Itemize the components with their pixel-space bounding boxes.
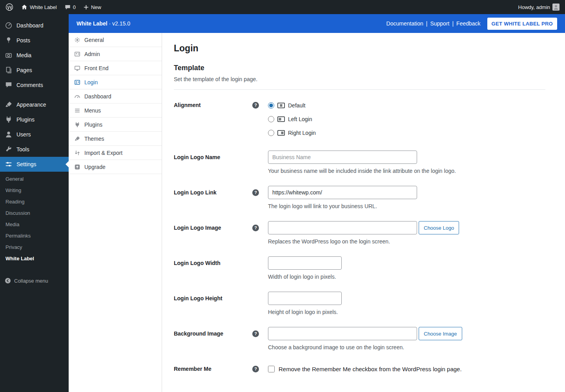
users-icon	[5, 131, 13, 138]
plugin-tab-admin[interactable]: Admin	[69, 47, 162, 61]
alignment-radio-left[interactable]	[268, 116, 274, 122]
login-card-icon	[74, 79, 80, 85]
settings-submenu: General Writing Reading Discussion Media…	[0, 172, 69, 264]
plug-icon	[74, 122, 80, 128]
site-name-label: White Label	[30, 4, 57, 10]
collapse-menu-button[interactable]: Collapse menu	[0, 274, 69, 287]
field-background-image: Background Image Choose Image Choose a b…	[174, 327, 545, 351]
plugin-tab-menus[interactable]: Menus	[69, 103, 162, 118]
id-card-icon	[74, 51, 80, 57]
avatar	[552, 4, 560, 11]
alignment-option-default[interactable]: Default	[268, 98, 545, 112]
link-separator: |	[426, 20, 428, 27]
help-icon[interactable]	[252, 225, 259, 231]
alignment-option-left[interactable]: Left Login	[268, 112, 545, 126]
plugin-tab-label: Plugins	[84, 122, 102, 128]
sidebar-item-users[interactable]: Users	[0, 127, 69, 142]
sidebar-item-media[interactable]: Media	[0, 48, 69, 63]
plugin-tab-label: Admin	[84, 51, 100, 57]
login-logo-name-input[interactable]	[268, 151, 417, 164]
align-left-icon	[277, 116, 285, 122]
login-logo-link-input[interactable]	[268, 186, 417, 199]
submenu-item-discussion[interactable]: Discussion	[0, 207, 69, 219]
sidebar-item-label: Tools	[16, 146, 29, 152]
sidebar-item-pages[interactable]: Pages	[0, 63, 69, 78]
wordpress-logo-menu[interactable]	[5, 3, 13, 11]
field-login-logo-link: Login Logo Link The login logo will link…	[174, 186, 545, 210]
choose-logo-button[interactable]: Choose Logo	[419, 221, 459, 234]
login-logo-image-label: Login Logo Image	[174, 221, 252, 234]
help-icon[interactable]	[252, 102, 259, 109]
sidebar-item-appearance[interactable]: Appearance	[0, 97, 69, 112]
plugin-tab-import-export[interactable]: Import & Export	[69, 146, 162, 160]
remember-me-checkbox[interactable]	[268, 366, 275, 372]
plugin-tab-front-end[interactable]: Front End	[69, 61, 162, 75]
login-logo-height-label: Login Logo Height	[174, 292, 252, 305]
choose-image-button[interactable]: Choose Image	[419, 327, 462, 340]
sidebar-item-posts[interactable]: Posts	[0, 33, 69, 48]
plugin-tab-label: Themes	[84, 136, 104, 142]
submenu-item-writing[interactable]: Writing	[0, 185, 69, 196]
field-login-logo-name: Login Logo Name Your business name will …	[174, 151, 545, 175]
sidebar-item-plugins[interactable]: Plugins	[0, 112, 69, 127]
plugin-tab-general[interactable]: General	[69, 33, 162, 47]
admin-bar: White Label 0 New Howdy, admin	[0, 0, 565, 14]
account-menu[interactable]: Howdy, admin	[518, 4, 560, 11]
documentation-link[interactable]: Documentation	[386, 20, 423, 27]
comment-bubble-icon	[65, 4, 71, 10]
field-alignment: Alignment Default	[174, 98, 545, 140]
brush-icon	[74, 136, 80, 142]
remember-me-option[interactable]: Remove the Remember Me checkbox from the…	[268, 362, 545, 376]
section-divider	[174, 89, 545, 90]
menu-lines-icon	[74, 107, 80, 114]
section-title: Template	[174, 64, 545, 72]
plugin-tab-label: Menus	[84, 107, 101, 114]
link-separator: |	[452, 20, 454, 27]
alignment-label: Alignment	[174, 98, 252, 112]
sidebar-item-settings[interactable]: Settings	[0, 157, 69, 172]
site-name-link[interactable]: White Label	[21, 4, 57, 10]
alignment-option-right[interactable]: Right Login	[268, 126, 545, 140]
plugin-tab-label: Front End	[84, 65, 108, 71]
get-pro-button[interactable]: GET WHITE LABEL PRO	[487, 18, 557, 30]
plugin-tab-login[interactable]: Login	[69, 75, 162, 89]
content-column: White Label · v2.15.0 Documentation | Su…	[69, 14, 565, 392]
login-logo-width-input[interactable]	[268, 256, 342, 270]
plugin-tab-dashboard[interactable]: Dashboard	[69, 89, 162, 103]
login-logo-height-input[interactable]	[268, 292, 342, 305]
help-icon[interactable]	[252, 330, 259, 337]
plugin-tab-themes[interactable]: Themes	[69, 132, 162, 146]
feedback-link[interactable]: Feedback	[456, 20, 480, 27]
background-image-input[interactable]	[268, 327, 417, 340]
plugin-tab-upgrade[interactable]: Upgrade	[69, 160, 162, 174]
new-content-menu[interactable]: New	[84, 4, 101, 10]
alignment-option-label: Left Login	[288, 116, 312, 122]
submenu-item-reading[interactable]: Reading	[0, 196, 69, 207]
field-login-logo-width: Login Logo Width Width of login logo in …	[174, 256, 545, 281]
login-logo-height-description: Height of login logo in pixels.	[268, 308, 545, 316]
login-logo-width-label: Login Logo Width	[174, 256, 252, 270]
sidebar-item-dashboard[interactable]: Dashboard	[0, 18, 69, 33]
sidebar-item-tools[interactable]: Tools	[0, 142, 69, 157]
remember-me-label: Remember Me	[174, 362, 252, 376]
field-login-logo-height: Login Logo Height Height of login logo i…	[174, 292, 545, 316]
admin-bar-right: Howdy, admin	[518, 4, 560, 11]
sidebar-item-comments[interactable]: Comments	[0, 78, 69, 93]
submenu-item-permalinks[interactable]: Permalinks	[0, 230, 69, 241]
plugin-name: White Label	[77, 20, 108, 27]
gear-icon	[74, 37, 80, 43]
submenu-item-privacy[interactable]: Privacy	[0, 241, 69, 253]
submenu-item-general[interactable]: General	[0, 173, 69, 185]
alignment-radio-default[interactable]	[268, 102, 274, 109]
help-icon[interactable]	[252, 366, 259, 372]
plugin-tab-plugins[interactable]: Plugins	[69, 118, 162, 132]
sidebar-item-label: Pages	[16, 67, 32, 73]
submenu-item-media[interactable]: Media	[0, 219, 69, 230]
support-link[interactable]: Support	[430, 20, 449, 27]
alignment-radio-right[interactable]	[268, 130, 274, 136]
submenu-item-white-label[interactable]: White Label	[0, 253, 69, 264]
field-remember-me: Remember Me Remove the Remember Me check…	[174, 362, 545, 376]
comments-shortcut[interactable]: 0	[65, 4, 76, 10]
login-logo-image-input[interactable]	[268, 221, 417, 234]
help-icon[interactable]	[252, 189, 259, 196]
